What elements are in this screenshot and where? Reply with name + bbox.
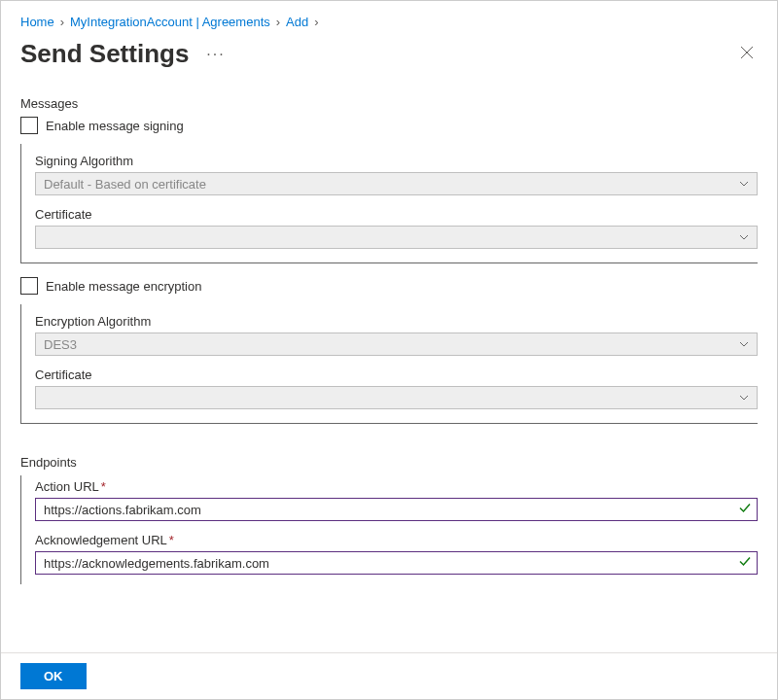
endpoints-group: Action URL* Acknowledgement URL* (20, 475, 758, 584)
signing-alg-select[interactable]: Default - Based on certificate (35, 172, 758, 195)
enable-signing-checkbox[interactable] (20, 117, 38, 134)
footer: OK (1, 652, 777, 699)
encryption-cert-label: Certificate (35, 368, 758, 382)
encryption-alg-select[interactable]: DES3 (35, 332, 758, 356)
action-url-label-text: Action URL (35, 479, 99, 494)
page-title: Send Settings (20, 39, 189, 69)
ack-url-label-text: Acknowledgement URL (35, 533, 167, 547)
chevron-down-icon (739, 179, 749, 189)
chevron-right-icon: › (314, 15, 318, 29)
endpoints-heading: Endpoints (20, 455, 758, 470)
action-url-label: Action URL* (35, 479, 758, 494)
signing-group: Signing Algorithm Default - Based on cer… (20, 144, 758, 263)
breadcrumb: Home › MyIntegrationAccount | Agreements… (20, 15, 758, 29)
close-icon (740, 46, 754, 59)
signing-cert-label: Certificate (35, 207, 758, 222)
close-button[interactable] (736, 42, 758, 67)
chevron-down-icon (739, 393, 749, 402)
signing-cert-select[interactable] (35, 226, 758, 249)
breadcrumb-add[interactable]: Add (286, 15, 308, 29)
required-icon: * (101, 479, 106, 494)
ack-url-input[interactable] (35, 551, 758, 575)
messages-heading: Messages (20, 96, 758, 111)
chevron-right-icon: › (276, 15, 280, 29)
required-icon: * (169, 533, 174, 547)
chevron-down-icon (739, 232, 749, 242)
enable-signing-label[interactable]: Enable message signing (46, 119, 184, 133)
encryption-alg-value: DES3 (44, 337, 77, 352)
ack-url-label: Acknowledgement URL* (35, 533, 758, 547)
encryption-cert-select[interactable] (35, 386, 758, 409)
chevron-right-icon: › (60, 15, 64, 29)
signing-alg-label: Signing Algorithm (35, 154, 758, 168)
action-url-input[interactable] (35, 498, 758, 521)
breadcrumb-integration-account[interactable]: MyIntegrationAccount | Agreements (70, 15, 270, 29)
enable-encryption-label[interactable]: Enable message encryption (46, 279, 201, 294)
breadcrumb-home[interactable]: Home (20, 15, 54, 29)
signing-alg-value: Default - Based on certificate (44, 177, 206, 192)
enable-encryption-checkbox[interactable] (20, 277, 38, 295)
encryption-group: Encryption Algorithm DES3 Certificate (20, 304, 758, 424)
ok-button[interactable]: OK (20, 663, 87, 689)
encryption-alg-label: Encryption Algorithm (35, 314, 758, 329)
chevron-down-icon (739, 339, 749, 349)
more-button[interactable]: ··· (206, 46, 225, 63)
